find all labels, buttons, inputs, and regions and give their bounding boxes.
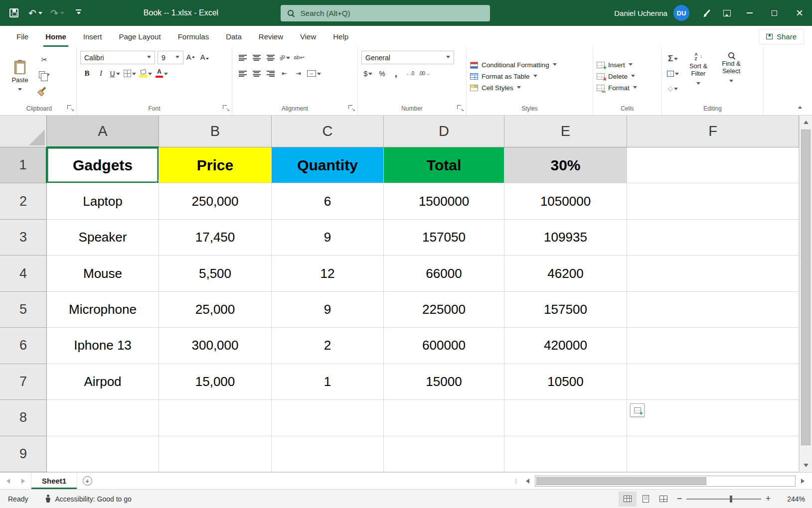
increase-font-size-button[interactable]: A — [184, 51, 197, 64]
cell-F6[interactable] — [627, 328, 799, 364]
tab-insert[interactable]: Insert — [75, 26, 111, 47]
cell-B3[interactable]: 17,450 — [159, 220, 272, 255]
cell-E7[interactable]: 10500 — [504, 364, 627, 400]
tab-home[interactable]: Home — [37, 26, 75, 47]
decrease-indent-button[interactable]: ⇤ — [278, 67, 291, 80]
accounting-format-button[interactable]: $ — [361, 67, 375, 80]
horizontal-scroll-thumb[interactable] — [536, 477, 706, 485]
auto-fill-options-button[interactable] — [630, 403, 645, 417]
scroll-down-button[interactable] — [800, 459, 812, 472]
collapse-ribbon-button[interactable] — [794, 103, 806, 112]
cell-C1[interactable]: Quantity — [272, 147, 384, 183]
zoom-slider-thumb[interactable] — [730, 496, 732, 503]
close-button[interactable]: × — [787, 0, 812, 26]
decrease-decimal-button[interactable]: .00→ — [417, 67, 431, 80]
cell-C4[interactable]: 12 — [272, 255, 384, 291]
zoom-in-button[interactable]: + — [761, 492, 775, 507]
fill-color-button[interactable] — [138, 67, 154, 80]
comma-style-button[interactable]: , — [389, 67, 403, 80]
zoom-slider[interactable] — [686, 492, 761, 507]
row-header-2[interactable]: 2 — [0, 183, 47, 219]
user-avatar[interactable]: DU — [673, 5, 689, 21]
cell-D9[interactable] — [384, 436, 504, 472]
row-header-6[interactable]: 6 — [0, 328, 47, 364]
normal-view-button[interactable] — [619, 492, 637, 507]
search-box[interactable]: Search (Alt+Q) — [281, 5, 490, 21]
vertical-scrollbar[interactable] — [799, 116, 812, 472]
cell-A2[interactable]: Laptop — [47, 183, 159, 219]
cut-button[interactable]: ✂ — [37, 53, 51, 66]
cell-B9[interactable] — [159, 436, 272, 472]
column-header-A[interactable]: A — [47, 116, 159, 147]
cell-C6[interactable]: 2 — [272, 328, 384, 364]
row-header-3[interactable]: 3 — [0, 220, 47, 255]
undo-button[interactable]: ↶ — [25, 2, 46, 23]
cell-C3[interactable]: 9 — [272, 220, 384, 255]
align-top-button[interactable] — [236, 51, 249, 64]
inking-button[interactable] — [697, 2, 717, 23]
increase-indent-button[interactable]: ⇥ — [292, 67, 305, 80]
cell-E4[interactable]: 46200 — [504, 255, 627, 291]
underline-button[interactable]: U — [108, 67, 122, 80]
row-header-1[interactable]: 1 — [0, 147, 47, 183]
align-center-button[interactable] — [250, 67, 263, 80]
cell-A7[interactable]: Airpod — [47, 364, 159, 400]
column-header-B[interactable]: B — [159, 116, 272, 147]
cell-B6[interactable]: 300,000 — [159, 328, 272, 364]
format-painter-button[interactable] — [37, 83, 51, 96]
tab-formulas[interactable]: Formulas — [169, 26, 218, 47]
percent-style-button[interactable]: % — [375, 67, 389, 80]
cell-F9[interactable] — [627, 436, 799, 472]
align-bottom-button[interactable] — [264, 51, 277, 64]
tab-help[interactable]: Help — [325, 26, 357, 47]
cell-F8[interactable] — [627, 400, 799, 436]
cell-A3[interactable]: Speaker — [47, 220, 159, 255]
cell-D2[interactable]: 1500000 — [384, 183, 504, 219]
share-button[interactable]: Share — [759, 29, 804, 44]
clipboard-dialog-launcher[interactable]: ↘ — [67, 105, 74, 112]
cell-D3[interactable]: 157050 — [384, 220, 504, 255]
cell-D5[interactable]: 225000 — [384, 292, 504, 328]
user-name[interactable]: Daniel Uchenna — [614, 9, 667, 17]
font-size-select[interactable]: 9 — [158, 51, 183, 64]
cell-D8[interactable] — [384, 400, 504, 436]
cell-D7[interactable]: 15000 — [384, 364, 504, 400]
column-header-E[interactable]: E — [504, 116, 627, 147]
vertical-scroll-track[interactable] — [800, 128, 812, 459]
cell-A8[interactable] — [47, 400, 159, 436]
cell-B8[interactable] — [159, 400, 272, 436]
find-select-button[interactable]: Find & Select — [716, 51, 746, 102]
horizontal-scrollbar[interactable] — [520, 473, 812, 489]
row-header-4[interactable]: 4 — [0, 255, 47, 291]
ribbon-display-options-button[interactable] — [717, 2, 737, 23]
next-sheet-button[interactable] — [15, 473, 31, 489]
cell-A4[interactable]: Mouse — [47, 255, 159, 291]
zoom-level[interactable]: 244% — [779, 495, 805, 503]
cell-B1[interactable]: Price — [159, 147, 272, 183]
cell-C9[interactable] — [272, 436, 384, 472]
page-break-view-button[interactable] — [654, 492, 672, 507]
scroll-right-button[interactable] — [796, 473, 811, 489]
tab-page-layout[interactable]: Page Layout — [110, 26, 169, 47]
format-as-table-button[interactable]: Format as Table — [470, 73, 589, 80]
cell-E5[interactable]: 157500 — [504, 292, 627, 328]
cell-A9[interactable] — [47, 436, 159, 472]
fill-button[interactable]: ↓ — [665, 67, 680, 80]
sheet-tab-sheet1[interactable]: Sheet1 — [31, 473, 77, 489]
tab-scroll-splitter[interactable]: ⋮ — [512, 473, 520, 489]
cell-A5[interactable]: Microphone — [47, 292, 159, 328]
maximize-button[interactable] — [762, 0, 787, 26]
cell-F5[interactable] — [627, 292, 799, 328]
column-header-F[interactable]: F — [627, 116, 799, 147]
bold-button[interactable]: B — [80, 67, 94, 80]
sort-filter-button[interactable]: AZ↓ Sort & Filter — [683, 51, 713, 102]
cell-F1[interactable] — [627, 147, 799, 183]
cell-E9[interactable] — [504, 436, 627, 472]
column-header-C[interactable]: C — [272, 116, 384, 147]
cell-E1[interactable]: 30% — [504, 147, 627, 183]
orientation-button[interactable]: ab — [278, 51, 292, 64]
cell-D4[interactable]: 66000 — [384, 255, 504, 291]
cell-C8[interactable] — [272, 400, 384, 436]
font-name-select[interactable]: Calibri — [80, 51, 155, 64]
cell-D6[interactable]: 600000 — [384, 328, 504, 364]
